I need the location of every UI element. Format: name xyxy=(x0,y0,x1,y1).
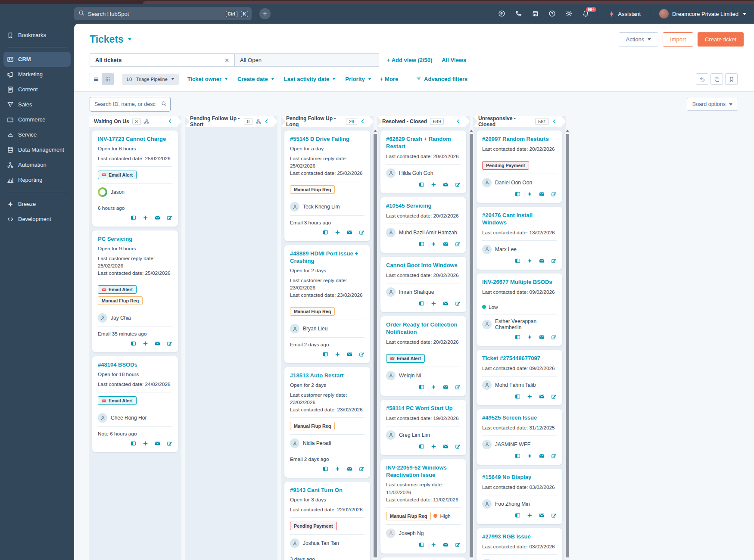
close-icon[interactable]: × xyxy=(225,56,229,64)
preview-button[interactable] xyxy=(515,334,520,342)
email-button[interactable] xyxy=(539,258,545,265)
ticket-title[interactable]: Cannot Boot Into Windows xyxy=(386,262,461,269)
edit-button[interactable] xyxy=(455,384,461,392)
preview-button[interactable] xyxy=(323,351,328,359)
insights-button[interactable] xyxy=(431,443,436,451)
ticket-title[interactable]: #18513 Auto Restart xyxy=(290,372,365,380)
email-button[interactable] xyxy=(443,384,449,392)
insights-button[interactable] xyxy=(527,334,533,342)
ticket-title[interactable]: Ticket #275448677097 xyxy=(482,355,557,362)
sidebar-item-reporting[interactable]: Reporting xyxy=(0,172,74,187)
page-title-tickets-dropdown[interactable]: Tickets xyxy=(90,34,131,45)
preview-button[interactable] xyxy=(419,541,424,549)
column-scrollbar[interactable] xyxy=(565,129,570,560)
ticket-card[interactable]: INV-26677 Multiple BSODsLast contacted d… xyxy=(477,274,562,346)
ticket-title[interactable]: #20997 Random Restarts xyxy=(482,136,557,143)
ticket-title[interactable]: #62629 Crash + Random Restart xyxy=(386,136,461,150)
sidebar-item-sales[interactable]: Sales xyxy=(0,97,74,112)
ticket-title[interactable]: Order Ready for Collection Notification xyxy=(386,321,461,336)
edit-button[interactable] xyxy=(359,229,365,237)
scroll-up-arrow[interactable] xyxy=(566,130,569,132)
ticket-card[interactable]: Order Ready for Collection NotificationL… xyxy=(380,316,466,396)
email-button[interactable] xyxy=(539,191,545,199)
sidebar-item-breeze[interactable]: Breeze xyxy=(0,196,74,212)
insights-button[interactable] xyxy=(431,181,436,189)
filter-last-activity-date[interactable]: Last activity date xyxy=(284,76,336,82)
preview-button[interactable] xyxy=(515,191,520,199)
ticket-card[interactable]: #20476 Cant Install WindowsLast contacte… xyxy=(477,207,562,270)
ticket-title[interactable]: #9143 Cant Turn On xyxy=(290,487,365,494)
edit-button[interactable] xyxy=(551,512,557,520)
sidebar-item-automation[interactable]: Automation xyxy=(0,157,74,172)
filter-priority[interactable]: Priority xyxy=(345,76,371,82)
ticket-title[interactable]: #58114 PC Wont Start Up xyxy=(386,405,461,412)
edit-button[interactable] xyxy=(359,466,365,473)
ticket-card[interactable]: #61218 Laptop BlackscreenLast contacted … xyxy=(380,557,466,560)
email-button[interactable] xyxy=(443,443,449,451)
edit-button[interactable] xyxy=(455,300,461,308)
insights-button[interactable] xyxy=(335,229,340,237)
ticket-title[interactable]: #48889 HDMI Port Issue + Crashing xyxy=(290,250,365,265)
email-button[interactable] xyxy=(347,351,352,359)
email-button[interactable] xyxy=(539,334,545,342)
pipeline-select[interactable]: L0 - Triage Pipeline xyxy=(122,74,179,85)
clone-view-button[interactable] xyxy=(710,73,723,85)
ticket-title[interactable]: #27993 RGB Issue xyxy=(482,533,557,541)
preview-button[interactable] xyxy=(419,300,424,308)
ticket-title[interactable]: #10545 Servicing xyxy=(386,202,461,210)
sidebar-item-marketing[interactable]: Marketing xyxy=(0,67,74,82)
filter-create-date[interactable]: Create date xyxy=(237,76,274,82)
ticket-title[interactable]: #48104 BSODs xyxy=(98,361,172,369)
ticket-card[interactable]: Cannot Boot Into WindowsLast contacted d… xyxy=(380,257,466,312)
create-ticket-button[interactable]: Create ticket xyxy=(698,32,744,47)
edit-button[interactable] xyxy=(455,443,461,451)
column-scrollbar[interactable] xyxy=(373,129,378,560)
collapse-column-button[interactable] xyxy=(552,119,557,124)
email-button[interactable] xyxy=(443,241,449,249)
ticket-card[interactable]: #10545 ServicingLast contacted date: 20/… xyxy=(380,197,466,253)
insights-button[interactable] xyxy=(143,440,148,448)
ticket-card[interactable]: #27993 RGB IssueLast contacted date: 03/… xyxy=(477,528,562,560)
insights-button[interactable] xyxy=(527,393,533,401)
ticket-title[interactable]: INV-26677 Multiple BSODs xyxy=(482,279,557,286)
ticket-title[interactable]: #15649 No Display xyxy=(482,474,557,481)
email-button[interactable] xyxy=(539,393,545,401)
all-views-link[interactable]: All Views xyxy=(442,57,466,63)
column-scrollbar[interactable] xyxy=(469,129,474,560)
ticket-title[interactable]: INV-22059-52 Windows Reactivation Issue xyxy=(386,464,461,479)
preview-button[interactable] xyxy=(323,466,328,473)
ticket-card[interactable]: #49525 Screen IssueLast contacted date: … xyxy=(477,409,562,465)
tab-all-tickets[interactable]: All tickets × xyxy=(90,53,234,67)
scrollbar-thumb[interactable] xyxy=(470,134,473,557)
ticket-title[interactable]: #55145 D Drive Failing xyxy=(290,136,365,143)
board-options-button[interactable]: Board options xyxy=(687,98,738,111)
filter-ticket-owner[interactable]: Ticket owner xyxy=(187,76,228,82)
insights-button[interactable] xyxy=(527,191,533,199)
add-view-link[interactable]: + Add view (2/50) xyxy=(387,57,432,63)
preview-button[interactable] xyxy=(515,393,520,401)
preview-button[interactable] xyxy=(419,443,424,451)
ticket-card[interactable]: INV-17723 Cannot ChargeOpen for 6 hoursL… xyxy=(92,131,178,227)
edit-button[interactable] xyxy=(167,215,172,222)
collapse-column-button[interactable] xyxy=(360,119,365,124)
ticket-card[interactable]: #9143 Cant Turn OnOpen for 3 daysLast co… xyxy=(284,482,370,560)
collapse-column-button[interactable] xyxy=(456,119,461,124)
account-menu[interactable]: Dreamcore Private Limited xyxy=(659,9,746,19)
phone-button[interactable] xyxy=(515,10,523,18)
scroll-up-arrow[interactable] xyxy=(470,130,473,132)
ticket-title[interactable]: #49525 Screen Issue xyxy=(482,414,557,422)
ticket-title[interactable]: INV-17723 Cannot Charge xyxy=(98,136,172,143)
edit-button[interactable] xyxy=(551,334,557,342)
ticket-card[interactable]: PC ServicingOpen for 9 hoursLast custome… xyxy=(92,230,178,352)
ticket-card[interactable]: #58114 PC Wont Start UpLast contacted da… xyxy=(380,400,466,455)
email-button[interactable] xyxy=(539,512,545,520)
preview-button[interactable] xyxy=(515,258,520,265)
email-button[interactable] xyxy=(347,466,352,473)
insights-button[interactable] xyxy=(335,466,340,473)
sidebar-item-data-management[interactable]: Data Management xyxy=(0,142,74,157)
edit-button[interactable] xyxy=(551,258,557,265)
insights-button[interactable] xyxy=(527,512,533,520)
ticket-title[interactable]: #20476 Cant Install Windows xyxy=(482,212,557,227)
sidebar-item-bookmarks[interactable]: Bookmarks xyxy=(0,28,74,43)
collapse-column-button[interactable] xyxy=(168,119,173,124)
